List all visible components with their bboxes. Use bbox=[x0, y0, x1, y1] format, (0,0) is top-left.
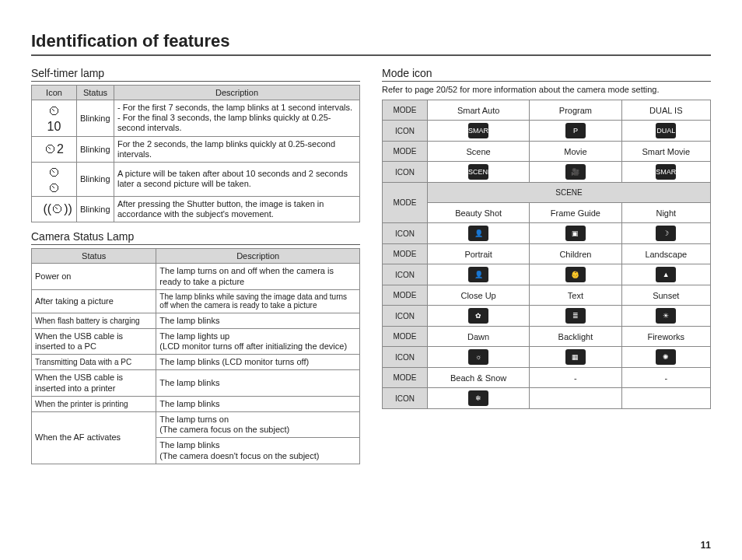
desc-cell: The lamp turns on (The camera focus on t… bbox=[156, 412, 360, 438]
portrait-icon: 👤 bbox=[468, 267, 488, 282]
right-column: Mode icon Refer to page 20/52 for more i… bbox=[382, 67, 711, 472]
mode-name: Portrait bbox=[428, 244, 530, 264]
table-row: After taking a pictureThe lamp blinks wh… bbox=[32, 289, 360, 313]
status-cell: When flash battery is charging bbox=[32, 313, 156, 328]
mode-label: MODE bbox=[383, 100, 428, 121]
mode-name: Smart Movie bbox=[621, 142, 710, 162]
mode-name: Landscape bbox=[621, 244, 710, 264]
table-row: MODE Dawn Backlight Fireworks bbox=[383, 327, 711, 347]
dual-is-icon: DUAL bbox=[656, 123, 676, 138]
icon-label: ICON bbox=[383, 264, 428, 285]
night-icon: ☽ bbox=[656, 226, 676, 241]
desc-cell: After pressing the Shutter button, the i… bbox=[114, 196, 360, 222]
status-cell: When the USB cable is inserted into a pr… bbox=[32, 370, 156, 396]
mode-name: Movie bbox=[530, 142, 621, 162]
table-row: MODE Beach & Snow - - bbox=[383, 368, 711, 388]
mode-label: MODE bbox=[383, 368, 428, 388]
camera-status-heading: Camera Status Lamp bbox=[31, 230, 360, 245]
table-row: ICON ☼ ▦ ✺ bbox=[383, 347, 711, 368]
table-row: Power onThe lamp turns on and off when t… bbox=[32, 264, 360, 289]
smart-auto-icon: SMART bbox=[468, 123, 488, 138]
mode-name: Fireworks bbox=[621, 327, 710, 347]
mode-name: Smart Auto bbox=[428, 100, 530, 121]
status-cell: Blinking bbox=[77, 136, 114, 162]
desc-cell: The lamp blinks bbox=[156, 313, 360, 328]
status-cell: When the printer is printing bbox=[32, 396, 156, 411]
status-cell: Blinking bbox=[77, 162, 114, 196]
icon-label: ICON bbox=[383, 223, 428, 244]
timer-icon: ⏲2 bbox=[44, 142, 65, 157]
program-icon: P bbox=[565, 123, 586, 138]
mode-label: MODE bbox=[383, 285, 428, 306]
mode-label: MODE bbox=[383, 183, 428, 223]
mode-name: - bbox=[621, 368, 710, 388]
mode-name: - bbox=[530, 368, 621, 388]
dawn-icon: ☼ bbox=[468, 349, 488, 365]
desc-cell: The lamp blinks bbox=[156, 396, 360, 411]
mode-note: Refer to page 20/52 for more information… bbox=[382, 85, 711, 95]
desc-cell: - For the first 7 seconds, the lamp blin… bbox=[114, 100, 360, 137]
table-row: ICON 👤 ▣ ☽ bbox=[383, 223, 711, 244]
scene-label: SCENE bbox=[428, 183, 711, 203]
mode-label: MODE bbox=[383, 327, 428, 347]
status-cell: After taking a picture bbox=[32, 289, 156, 313]
table-row: MODE Scene Movie Smart Movie bbox=[383, 142, 711, 162]
th-description: Description bbox=[114, 86, 360, 100]
table-row: ICON SCENE 🎥 SMART bbox=[383, 162, 711, 183]
sunset-icon: ☀ bbox=[656, 308, 676, 324]
icon-label: ICON bbox=[383, 306, 428, 327]
desc-cell: A picture will be taken after about 10 s… bbox=[114, 162, 360, 196]
beauty-shot-icon: 👤 bbox=[468, 226, 488, 241]
mode-name: DUAL IS bbox=[621, 100, 710, 121]
frame-guide-icon: ▣ bbox=[565, 226, 586, 241]
th-status: Status bbox=[32, 249, 156, 264]
mode-icon-heading: Mode icon bbox=[382, 67, 711, 82]
status-cell: When the USB cable is inserted to a PC bbox=[32, 328, 156, 354]
left-column: Self-timer lamp Icon Status Description … bbox=[31, 67, 360, 472]
icon-label: ICON bbox=[383, 121, 428, 142]
camera-status-table: Status Description Power onThe lamp turn… bbox=[31, 248, 360, 464]
scene-icon: SCENE bbox=[468, 164, 488, 180]
mode-name: Scene bbox=[428, 142, 530, 162]
table-row: MODE Close Up Text Sunset bbox=[383, 285, 711, 306]
fireworks-icon: ✺ bbox=[656, 349, 676, 365]
landscape-icon: ▲ bbox=[656, 267, 676, 282]
status-cell: Blinking bbox=[77, 196, 114, 222]
icon-label: ICON bbox=[383, 162, 428, 183]
table-row: Transmitting Data with a PCThe lamp blin… bbox=[32, 355, 360, 370]
table-row: When the printer is printingThe lamp bli… bbox=[32, 396, 360, 411]
desc-cell: The lamp blinks (LCD monitor turns off) bbox=[156, 355, 360, 370]
mode-icon-table: MODE Smart Auto Program DUAL IS ICON SMA… bbox=[382, 100, 711, 409]
empty-cell bbox=[621, 388, 710, 409]
th-description: Description bbox=[156, 249, 360, 264]
self-timer-table: Icon Status Description ⏲10 Blinking - F… bbox=[31, 85, 360, 222]
smart-movie-icon: SMART bbox=[656, 164, 676, 180]
icon-label: ICON bbox=[383, 347, 428, 368]
content-columns: Self-timer lamp Icon Status Description … bbox=[31, 67, 711, 472]
table-row: ⏲⏲ Blinking A picture will be taken afte… bbox=[32, 162, 360, 196]
status-cell: Transmitting Data with a PC bbox=[32, 355, 156, 370]
timer-icon: ⏲⏲ bbox=[44, 165, 65, 180]
mode-name: Children bbox=[530, 244, 621, 264]
page-title: Identification of features bbox=[31, 31, 711, 56]
table-row: MODE Portrait Children Landscape bbox=[383, 244, 711, 264]
self-timer-heading: Self-timer lamp bbox=[31, 67, 360, 82]
table-row: When the USB cable is inserted to a PCTh… bbox=[32, 328, 360, 354]
close-up-icon: ✿ bbox=[468, 308, 488, 324]
table-row: ⏲2 Blinking For the 2 seconds, the lamp … bbox=[32, 136, 360, 162]
mode-name: Backlight bbox=[530, 327, 621, 347]
mode-name: Night bbox=[621, 203, 710, 223]
table-row: MODE SCENE bbox=[383, 183, 711, 203]
table-row: MODE Smart Auto Program DUAL IS bbox=[383, 100, 711, 121]
timer-icon: ((⏲)) bbox=[44, 201, 65, 217]
mode-label: MODE bbox=[383, 244, 428, 264]
children-icon: 👶 bbox=[565, 267, 586, 282]
mode-name: Beach & Snow bbox=[428, 368, 530, 388]
desc-cell: The lamp blinks (The camera doesn't focu… bbox=[156, 438, 360, 464]
beach-snow-icon: ❄ bbox=[468, 390, 488, 406]
icon-label: ICON bbox=[383, 388, 428, 409]
status-cell: Blinking bbox=[77, 100, 114, 137]
th-icon: Icon bbox=[32, 86, 77, 100]
th-status: Status bbox=[77, 86, 114, 100]
mode-name: Program bbox=[530, 100, 621, 121]
